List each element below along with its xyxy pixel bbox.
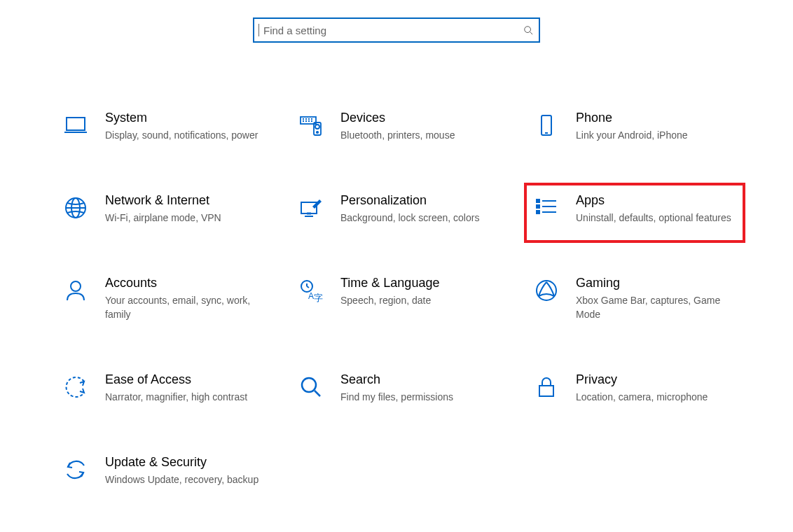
tile-phone[interactable]: Phone Link your Android, iPhone bbox=[530, 106, 740, 155]
tile-text: Devices Bluetooth, printers, mouse bbox=[340, 110, 499, 142]
svg-rect-16 bbox=[542, 115, 551, 135]
tile-gaming[interactable]: Gaming Xbox Game Bar, captures, Game Mod… bbox=[530, 271, 740, 334]
tile-desc: Uninstall, defaults, optional features bbox=[576, 211, 734, 225]
tile-text: Apps Uninstall, defaults, optional featu… bbox=[576, 192, 734, 225]
laptop-icon bbox=[62, 113, 90, 141]
tile-desc: Windows Update, recovery, backup bbox=[105, 472, 263, 486]
svg-point-0 bbox=[525, 27, 531, 33]
tile-privacy[interactable]: Privacy Location, camera, microphone bbox=[530, 368, 740, 416]
tile-text: Update & Security Windows Update, recove… bbox=[105, 454, 263, 486]
tile-title: Update & Security bbox=[105, 454, 263, 470]
svg-text:A: A bbox=[308, 291, 314, 301]
search-wrap bbox=[0, 18, 793, 43]
tile-system[interactable]: System Display, sound, notifications, po… bbox=[59, 106, 269, 155]
tile-devices[interactable]: Devices Bluetooth, printers, mouse bbox=[294, 106, 504, 155]
svg-point-37 bbox=[302, 378, 316, 392]
search-box[interactable] bbox=[253, 18, 540, 43]
magnifier-icon bbox=[297, 374, 325, 402]
tile-text: Accounts Your accounts, email, sync, wor… bbox=[105, 275, 263, 321]
tile-ease-of-access[interactable]: Ease of Access Narrator, magnifier, high… bbox=[59, 368, 269, 416]
tile-desc: Location, camera, microphone bbox=[576, 390, 734, 404]
time-language-icon: A 字 bbox=[297, 278, 325, 306]
lock-icon bbox=[532, 374, 560, 402]
svg-rect-2 bbox=[67, 118, 85, 130]
tile-text: System Display, sound, notifications, po… bbox=[105, 110, 263, 142]
svg-text:字: 字 bbox=[314, 293, 323, 303]
tile-desc: Background, lock screen, colors bbox=[340, 211, 499, 225]
svg-rect-28 bbox=[537, 211, 539, 214]
tile-update-security[interactable]: Update & Security Windows Update, recove… bbox=[59, 450, 269, 499]
svg-point-14 bbox=[315, 125, 319, 129]
svg-rect-26 bbox=[537, 205, 539, 208]
tile-desc: Speech, region, date bbox=[340, 293, 499, 307]
sync-icon bbox=[62, 457, 90, 485]
tile-text: Network & Internet Wi-Fi, airplane mode,… bbox=[105, 192, 263, 225]
tile-title: Personalization bbox=[340, 192, 499, 208]
globe-icon bbox=[62, 195, 90, 223]
devices-icon bbox=[297, 113, 325, 141]
tile-desc: Xbox Game Bar, captures, Game Mode bbox=[576, 293, 734, 321]
apps-icon bbox=[532, 195, 560, 223]
tile-text: Search Find my files, permissions bbox=[340, 372, 499, 404]
svg-line-1 bbox=[530, 32, 533, 35]
tile-desc: Your accounts, email, sync, work, family bbox=[105, 293, 263, 321]
tile-title: Privacy bbox=[576, 372, 734, 387]
tile-title: Accounts bbox=[105, 275, 263, 290]
svg-rect-24 bbox=[537, 200, 539, 202]
search-input[interactable] bbox=[262, 24, 523, 37]
svg-point-15 bbox=[317, 132, 318, 133]
tile-time-language[interactable]: A 字 Time & Language Speech, region, date bbox=[294, 271, 504, 334]
tile-title: Time & Language bbox=[340, 275, 499, 290]
text-cursor bbox=[258, 24, 259, 36]
tile-text: Time & Language Speech, region, date bbox=[340, 275, 499, 307]
tile-text: Gaming Xbox Game Bar, captures, Game Mod… bbox=[576, 275, 734, 321]
svg-line-33 bbox=[307, 286, 309, 288]
tile-desc: Wi-Fi, airplane mode, VPN bbox=[105, 211, 263, 225]
tile-text: Personalization Background, lock screen,… bbox=[340, 192, 499, 225]
tile-desc: Bluetooth, printers, mouse bbox=[340, 128, 499, 142]
person-icon bbox=[62, 278, 90, 306]
tile-text: Privacy Location, camera, microphone bbox=[576, 372, 734, 404]
tile-personalization[interactable]: Personalization Background, lock screen,… bbox=[294, 188, 504, 237]
tile-apps[interactable]: Apps Uninstall, defaults, optional featu… bbox=[530, 188, 740, 237]
tile-desc: Display, sound, notifications, power bbox=[105, 128, 263, 142]
tile-title: Gaming bbox=[576, 275, 734, 290]
tile-text: Ease of Access Narrator, magnifier, high… bbox=[105, 372, 263, 404]
tile-network[interactable]: Network & Internet Wi-Fi, airplane mode,… bbox=[59, 188, 269, 237]
svg-line-38 bbox=[315, 391, 320, 396]
gaming-icon bbox=[532, 278, 560, 306]
tile-title: Apps bbox=[576, 192, 734, 208]
tile-search[interactable]: Search Find my files, permissions bbox=[294, 368, 504, 416]
settings-grid: System Display, sound, notifications, po… bbox=[56, 106, 737, 499]
svg-point-36 bbox=[537, 281, 556, 300]
svg-point-30 bbox=[71, 281, 81, 291]
tile-title: Search bbox=[340, 372, 499, 387]
tile-title: Phone bbox=[576, 110, 734, 125]
tile-accounts[interactable]: Accounts Your accounts, email, sync, wor… bbox=[59, 271, 269, 334]
tile-text: Phone Link your Android, iPhone bbox=[576, 110, 734, 142]
settings-home: System Display, sound, notifications, po… bbox=[0, 0, 793, 499]
tile-title: Ease of Access bbox=[105, 372, 263, 387]
tile-title: Network & Internet bbox=[105, 192, 263, 208]
tile-desc: Narrator, magnifier, high contrast bbox=[105, 390, 263, 404]
phone-icon bbox=[532, 113, 560, 141]
tile-desc: Link your Android, iPhone bbox=[576, 128, 734, 142]
search-icon bbox=[523, 25, 533, 35]
tile-desc: Find my files, permissions bbox=[340, 390, 499, 404]
tile-title: Devices bbox=[340, 110, 499, 125]
personalization-icon bbox=[297, 195, 325, 223]
ease-of-access-icon bbox=[62, 374, 90, 402]
tile-title: System bbox=[105, 110, 263, 125]
svg-rect-39 bbox=[539, 386, 553, 396]
